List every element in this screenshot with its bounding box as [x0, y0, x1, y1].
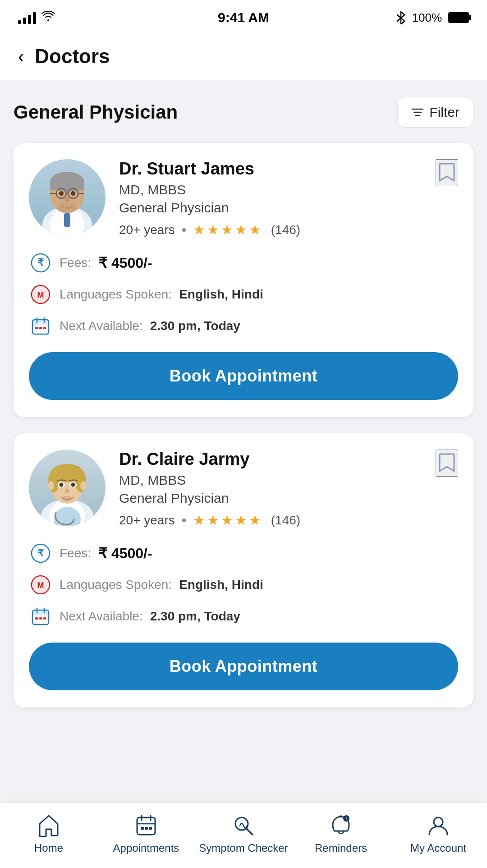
- svg-rect-57: [43, 617, 46, 620]
- doctor-avatar: [29, 159, 106, 236]
- book-appointment-button-2[interactable]: Book Appointment: [29, 643, 458, 690]
- fees-icon: ₹: [29, 251, 52, 275]
- category-row: General Physician Filter: [14, 97, 473, 128]
- fees-value-2: ₹ 4500/-: [98, 545, 152, 562]
- nav-reminders-label: Reminders: [315, 842, 367, 854]
- svg-point-70: [434, 817, 443, 827]
- appointments-icon: [134, 814, 158, 837]
- rating-stars: ★ ★ ★ ★ ★: [193, 222, 261, 238]
- star-2: ★: [207, 222, 219, 238]
- status-bar: 9:41 AM 100%: [0, 0, 487, 32]
- svg-point-17: [57, 203, 77, 212]
- card-top: Dr. Stuart James MD, MBBS General Physic…: [29, 159, 458, 238]
- availability-row-2: Next Available: 2.30 pm, Today: [29, 605, 458, 628]
- svg-point-15: [71, 191, 75, 196]
- nav-appointments[interactable]: Appointments: [97, 814, 195, 854]
- separator: [182, 228, 186, 232]
- doctor-avatar-2: [29, 450, 106, 526]
- availability-row: Next Available: 2.30 pm, Today: [29, 314, 458, 338]
- nav-symptom-checker[interactable]: Symptom Checker: [195, 814, 292, 854]
- battery-icon: [448, 12, 469, 23]
- calendar-icon: [29, 314, 52, 338]
- battery-percentage: 100%: [412, 11, 442, 25]
- languages-value-2: English, Hindi: [179, 578, 263, 592]
- svg-rect-29: [43, 327, 46, 329]
- languages-row-2: M Languages Spoken: English, Hindi: [29, 573, 458, 597]
- doctor-info-2: Dr. Claire Jarmy MD, MBBS General Physic…: [119, 450, 422, 528]
- wifi-icon: [41, 11, 55, 24]
- star2-3: ★: [221, 512, 233, 528]
- language-icon-2: M: [29, 573, 52, 597]
- svg-point-45: [62, 496, 73, 501]
- svg-rect-62: [141, 827, 144, 830]
- svg-rect-55: [35, 617, 38, 620]
- book-appointment-button-1[interactable]: Book Appointment: [29, 352, 458, 400]
- doctor-degree-2: MD, MBBS: [119, 473, 422, 488]
- bluetooth-icon: [396, 11, 406, 24]
- nav-home[interactable]: Home: [0, 814, 97, 854]
- svg-text:M: M: [37, 581, 44, 590]
- home-icon: [37, 814, 60, 837]
- bookmark-icon: [439, 163, 455, 183]
- svg-rect-58: [137, 817, 155, 835]
- status-left: [18, 11, 55, 24]
- svg-point-42: [60, 483, 64, 487]
- languages-row: M Languages Spoken: English, Hindi: [29, 283, 458, 306]
- doctor-name: Dr. Stuart James: [119, 159, 422, 179]
- star-1: ★: [193, 222, 205, 238]
- main-content: General Physician Filter: [0, 81, 487, 796]
- doctor-experience-2: 20+ years: [119, 513, 175, 528]
- languages-value: English, Hindi: [179, 287, 263, 302]
- svg-text:M: M: [37, 290, 44, 299]
- svg-rect-63: [145, 827, 148, 830]
- my-account-icon: [427, 814, 450, 837]
- status-time: 9:41 AM: [218, 10, 269, 25]
- bookmark-button[interactable]: [436, 159, 458, 186]
- nav-home-label: Home: [34, 842, 63, 854]
- next-available-value-2: 2.30 pm, Today: [150, 609, 240, 624]
- languages-label-2: Languages Spoken:: [60, 578, 172, 592]
- filter-button[interactable]: Filter: [397, 97, 473, 128]
- nav-reminders[interactable]: ! Reminders: [292, 814, 390, 854]
- doctor-card-2: Dr. Claire Jarmy MD, MBBS General Physic…: [14, 433, 473, 707]
- header: ‹ Doctors: [0, 32, 487, 81]
- nav-my-account[interactable]: My Account: [390, 814, 487, 854]
- doctor-specialty: General Physician: [119, 200, 422, 216]
- svg-rect-28: [39, 327, 42, 329]
- svg-text:₹: ₹: [37, 257, 44, 268]
- reminders-icon: !: [329, 814, 353, 837]
- doctor-experience: 20+ years: [119, 223, 175, 237]
- svg-text:₹: ₹: [37, 547, 44, 559]
- svg-line-66: [246, 828, 253, 835]
- svg-rect-56: [39, 617, 42, 620]
- next-available-label-2: Next Available:: [60, 609, 143, 624]
- star2-4: ★: [235, 512, 247, 528]
- svg-rect-5: [64, 213, 70, 227]
- svg-rect-27: [35, 327, 38, 329]
- bottom-nav: Home Appointments Symptom Checker !: [0, 803, 487, 868]
- fees-value: ₹ 4500/-: [98, 254, 152, 271]
- status-right: 100%: [396, 11, 469, 25]
- back-button[interactable]: ‹: [18, 47, 24, 65]
- fees-icon-2: ₹: [29, 542, 52, 565]
- doctor-degree: MD, MBBS: [119, 182, 422, 197]
- category-title: General Physician: [14, 101, 178, 123]
- fees-row-2: ₹ Fees: ₹ 4500/-: [29, 542, 458, 565]
- calendar-icon-2: [29, 605, 52, 628]
- review-count: (146): [271, 223, 300, 237]
- doctor-info: Dr. Stuart James MD, MBBS General Physic…: [119, 159, 422, 238]
- bookmark-button-2[interactable]: [436, 450, 458, 477]
- svg-point-16: [65, 197, 69, 202]
- next-available-label: Next Available:: [60, 319, 143, 333]
- symptom-checker-icon: [232, 814, 255, 837]
- doctor-meta-2: 20+ years ★ ★ ★ ★ ★ (146): [119, 512, 422, 528]
- star-4: ★: [235, 222, 247, 238]
- svg-rect-52: [32, 610, 49, 615]
- separator-2: [182, 519, 186, 522]
- svg-rect-24: [32, 320, 49, 325]
- svg-text:!: !: [346, 817, 347, 821]
- languages-label: Languages Spoken:: [60, 287, 172, 302]
- svg-point-14: [59, 191, 64, 196]
- page-title: Doctors: [35, 45, 110, 68]
- nav-symptom-checker-label: Symptom Checker: [199, 842, 288, 854]
